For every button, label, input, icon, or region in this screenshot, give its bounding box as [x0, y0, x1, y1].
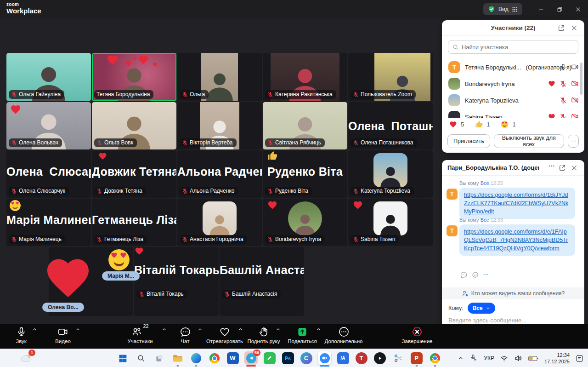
avatar-tile[interactable]: Kateryna Topuzlieva — [348, 150, 433, 198]
participants-button[interactable]: 22 Участники — [115, 327, 165, 344]
video-tile[interactable]: Ольга Вовк — [92, 102, 176, 149]
mova-app-button[interactable]: /A — [336, 351, 350, 365]
video-tile[interactable]: Ольга Гайнуліна — [6, 53, 91, 101]
video-tile[interactable]: Пользователь Zoom — [348, 53, 433, 101]
chat-message[interactable]: https://docs.google.com/forms/d/e/1FAIpQ… — [459, 224, 575, 256]
zoom-app-button[interactable] — [318, 351, 331, 365]
participant-row[interactable]: Bondarevych Iryna — [442, 75, 584, 92]
search-input[interactable] — [462, 44, 574, 51]
heart-eyes-reaction-icon — [501, 120, 509, 128]
chevron-up-icon[interactable] — [75, 327, 80, 332]
mic-muted-icon[interactable] — [560, 80, 567, 87]
restore-button[interactable] — [549, 0, 570, 18]
taskbar-search-button[interactable] — [134, 351, 147, 365]
telegram-button[interactable]: 56 — [244, 351, 258, 365]
avatar-tile[interactable]: Bondarevych Iryna — [263, 199, 347, 246]
name-tile[interactable]: Олена Слюсарч... Олена Слюсарчук — [6, 150, 91, 198]
word-button[interactable]: W — [226, 351, 239, 365]
snipping-tool-button[interactable] — [391, 351, 405, 365]
add-reaction-icon[interactable] — [472, 271, 479, 278]
video-button[interactable]: Видео — [38, 327, 88, 344]
avatar — [373, 153, 407, 187]
media-player-button[interactable] — [373, 351, 386, 365]
participant-search[interactable] — [448, 40, 578, 54]
video-tile[interactable]: Вікторія Вертеба — [177, 102, 262, 149]
voice-access-icon[interactable] — [469, 354, 478, 362]
name-tile[interactable]: Гетманець Ліза Гетманець Ліза — [92, 199, 176, 246]
name-tile[interactable]: Довжик Тетяна Довжик Тетяна — [92, 150, 176, 198]
avatar — [288, 201, 322, 235]
participant-big-name: Башлій Анастасія — [220, 264, 304, 277]
message-link[interactable]: https://docs.google.com/forms/d/1BiJYJdZ… — [464, 192, 568, 215]
battery-icon[interactable] — [528, 356, 538, 361]
video-tile[interactable]: Олена Вольвач — [6, 102, 91, 149]
canva-button[interactable]: C — [300, 351, 313, 365]
chrome-button[interactable] — [208, 351, 221, 365]
participant-row[interactable]: T Тетяна Бородулькі... (Организатор, я) — [442, 59, 584, 75]
popout-icon[interactable] — [559, 164, 566, 172]
camera-icon[interactable] — [571, 63, 579, 71]
video-tile[interactable]: Світлана Рябчиць — [263, 102, 347, 149]
edge-button[interactable] — [189, 351, 203, 365]
message-link[interactable]: https://docs.google.com/forms/d/e/1FAIpQ… — [464, 229, 568, 252]
participant-row[interactable]: Sabina Tissen — [442, 109, 584, 118]
name-tile[interactable]: Віталій Токарь Віталій Токарь — [134, 247, 219, 316]
name-tile[interactable]: Альона Радченко Альона Радченко — [177, 150, 262, 198]
minimize-button[interactable] — [531, 0, 551, 18]
photoshop-button[interactable]: Ps — [281, 351, 294, 365]
participant-name-label: Башлій Анастасія — [222, 290, 281, 298]
scrollbar[interactable] — [580, 63, 582, 95]
mic-muted-icon[interactable] — [560, 97, 567, 104]
powerpoint-button[interactable]: P — [410, 351, 423, 365]
message-more-icon[interactable]: ··· — [483, 271, 489, 278]
participant-name-label: Ольга Гайнуліна — [9, 90, 64, 99]
clock[interactable]: 12:34 17.12.2025 — [544, 352, 570, 365]
chevron-up-icon[interactable] — [32, 327, 37, 332]
video-tile[interactable]: Катерина Ракитянська — [263, 53, 347, 101]
recipient-select[interactable]: Все — [468, 303, 495, 314]
mic-muted-icon[interactable] — [560, 113, 567, 118]
name-tile[interactable]: Руденко Віта Руденко Віта — [263, 150, 347, 198]
avatar-tile[interactable]: Анастасія Городнича — [177, 199, 262, 246]
language-indicator[interactable]: УКР — [484, 355, 494, 361]
video-tile[interactable]: Ольга — [177, 53, 262, 101]
chat-more-icon[interactable]: ··· — [548, 162, 555, 170]
participant-name-label: Ольга — [180, 90, 209, 99]
chat-message-input[interactable] — [448, 317, 572, 324]
avatar-tile[interactable]: Sabina Tissen — [348, 199, 433, 246]
close-window-button[interactable] — [568, 0, 588, 18]
mic-icon[interactable] — [560, 63, 567, 71]
participant-row[interactable]: Kateryna Topuzlieva — [442, 92, 584, 109]
end-meeting-button[interactable]: Завершение — [392, 327, 442, 344]
more-options-button[interactable]: ··· — [568, 135, 579, 148]
chrome-button-2[interactable] — [428, 351, 441, 365]
popout-icon[interactable] — [558, 24, 565, 32]
close-icon[interactable] — [571, 24, 578, 32]
start-button[interactable] — [116, 351, 129, 365]
video-tile-active-speaker[interactable]: Тетяна Бородулькіна — [92, 53, 176, 101]
reply-icon[interactable] — [460, 271, 467, 278]
wifi-icon[interactable] — [500, 355, 508, 362]
invite-button[interactable]: Пригласить — [447, 134, 490, 148]
tray-chevron-up-icon[interactable] — [458, 356, 464, 361]
view-button[interactable]: Вид — [483, 3, 522, 15]
t-app-button[interactable]: T — [355, 351, 368, 365]
participant-name-label: Марія Малинець — [9, 235, 65, 244]
camera-off-icon[interactable] — [571, 96, 579, 104]
speaker-icon[interactable] — [514, 354, 522, 362]
chat-message[interactable]: https://docs.google.com/forms/d/1BiJYJdZ… — [459, 188, 575, 219]
mute-all-button[interactable]: Выключить звук для всех — [494, 134, 564, 148]
notes-app-button[interactable] — [263, 351, 276, 365]
canva-icon: C — [300, 352, 312, 364]
camera-off-icon[interactable] — [571, 113, 579, 118]
file-explorer-button[interactable] — [171, 351, 184, 365]
camera-off-icon[interactable] — [571, 80, 579, 87]
weather-widget[interactable]: 1 — [19, 351, 33, 365]
name-tile[interactable]: Марія Малинець Марія Малинець — [6, 199, 91, 246]
more-button[interactable]: Дополнительно — [318, 327, 369, 344]
task-view-button[interactable] — [153, 351, 166, 365]
notification-center-icon[interactable] — [576, 355, 583, 362]
name-tile[interactable]: Олена Поташн... Олена Поташникова — [348, 102, 433, 149]
name-tile[interactable]: Башлій Анастасія Башлій Анастасія — [220, 247, 304, 316]
close-icon[interactable] — [571, 164, 578, 172]
